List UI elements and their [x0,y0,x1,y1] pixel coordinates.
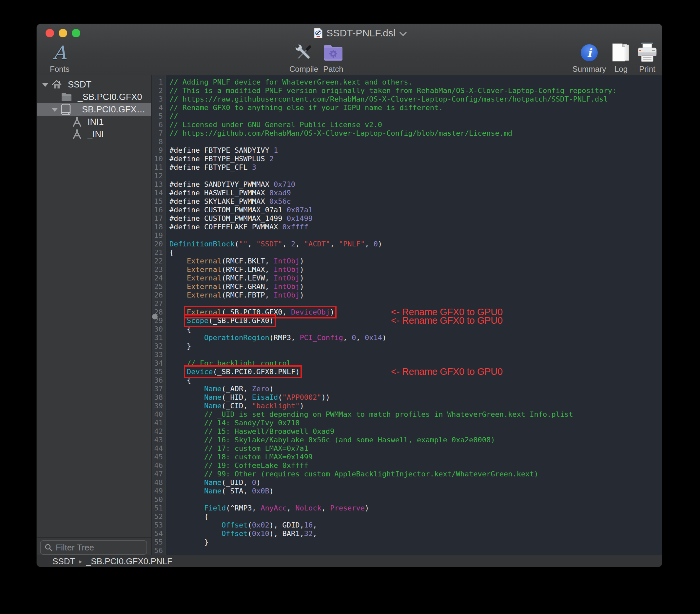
code-line: 12 [152,172,662,180]
line-number: 18 [152,223,165,231]
line-number: 12 [152,172,165,180]
line-number: 43 [152,436,165,444]
line-number: 39 [152,402,165,410]
line-number: 14 [152,189,165,197]
line-number: 53 [152,521,165,529]
line-number: 22 [152,257,165,265]
device-icon [61,103,71,115]
code-line: 51 Field(^RMP3, AnyAcc, NoLock, Preserve… [152,504,662,512]
tree-item-ini[interactable]: _INI [37,128,151,140]
line-number: 48 [152,478,165,487]
code-editor[interactable]: 1// Adding PNLF device for WhateverGreen… [152,75,662,555]
line-number: 35 [152,368,165,376]
filter-tree-input[interactable] [55,542,138,553]
fonts-button[interactable]: A Fonts [40,42,79,75]
filter-tree-field[interactable] [40,540,147,555]
line-number: 24 [152,274,165,283]
line-number: 50 [152,496,165,504]
method-icon [72,129,83,140]
sidebar-divider [37,537,151,538]
tree-item-label: _SB.PCI0.GFX… [77,104,146,115]
code-line: 50 [152,496,662,504]
line-number: 37 [152,385,165,393]
tree-item-label: _INI [88,129,104,140]
line-number: 6 [152,121,165,129]
code-line: 48 Name(_UID, 0) [152,478,662,487]
code-line: 40 // _UID is set depending on PWMMax to… [152,410,662,419]
code-line: 38 Name(_HID, EisaId("APP0002")) [152,393,662,402]
breadcrumb-item[interactable]: _SB.PCI0.GFX0.PNLF [86,556,172,566]
title-chevron-icon[interactable] [399,32,407,36]
zoom-button[interactable] [72,29,80,37]
fonts-label: Fonts [50,64,70,74]
line-number: 49 [152,487,165,496]
print-label: Print [639,64,655,74]
code-line: 17#define CUSTOM_PWMMAX_1499 0x1499 [152,214,662,223]
breadcrumb-root[interactable]: SSDT [52,556,75,566]
code-line: 24 External(RMCF.LEVW, IntObj) [152,274,662,283]
code-line: 7// https://github.com/RehabMan/OS-X-Clo… [152,129,662,138]
status-bar: SSDT ▸ _SB.PCI0.GFX0.PNLF [37,555,662,567]
patch-button[interactable]: Patch [317,42,350,75]
maciasl-window: SSDT-PNLF.dsl A Fonts [37,24,662,567]
code-line: 42 // 15: Haswell/Broadwell 0xad9 [152,427,662,436]
tree-item-ini1[interactable]: INI1 [37,116,151,128]
minimize-button[interactable] [59,29,67,37]
document-proxy-icon[interactable] [314,28,323,38]
code-line: 4// Rename GFX0 to anything else if your… [152,103,662,112]
breadcrumb-separator-icon: ▸ [79,557,82,565]
code-line: 33 [152,351,662,359]
fonts-icon: A [53,43,66,63]
print-button[interactable]: Print [631,42,662,75]
line-number: 3 [152,95,165,103]
line-number: 56 [152,547,165,555]
code-line: 14#define HASWELL_PWMMAX 0xad9 [152,189,662,197]
code-line: 19 [152,231,662,240]
line-number: 8 [152,138,165,146]
log-icon [611,42,631,63]
code-line: 5// [152,112,662,121]
window-title: SSDT-PNLF.dsl [326,27,396,39]
code-line: 44 // 17: custom LMAX=0x7a1 [152,444,662,453]
log-button[interactable]: Log [608,42,634,75]
line-number: 54 [152,529,165,538]
log-label: Log [614,64,628,74]
summary-label: Summary [573,64,606,74]
print-icon [637,42,658,63]
code-line: 8 [152,138,662,146]
line-number: 5 [152,112,165,121]
line-number: 30 [152,325,165,334]
code-line: 26 External(RMCF.FBTP, IntObj) [152,291,662,299]
summary-button[interactable]: i Summary [570,42,609,75]
gutter-marker-dot[interactable] [152,314,158,319]
code-line: 1// Adding PNLF device for WhateverGreen… [152,78,662,87]
line-number: 11 [152,163,165,172]
code-line: 20DefinitionBlock("", "SSDT", 2, "ACDT",… [152,240,662,248]
line-number: 32 [152,342,165,351]
tree-item-sbpci0gfx0[interactable]: _SB.PCI0.GFX0 [37,91,151,103]
code-line: 47 // 99: Other (requires custom AppleBa… [152,470,662,478]
code-line: 56 [152,547,662,555]
line-number: 33 [152,351,165,359]
close-button[interactable] [46,29,54,37]
line-number: 44 [152,444,165,453]
home-icon [51,79,62,90]
line-number: 52 [152,512,165,521]
line-number: 55 [152,538,165,547]
code-line: 39 Name(_CID, "backlight") [152,402,662,410]
line-number: 40 [152,410,165,419]
code-line: 11#define FBTYPE_CFL 3 [152,163,662,172]
code-line: 15#define SKYLAKE_PWMMAX 0x56c [152,197,662,206]
line-number: 38 [152,393,165,402]
rename-annotation: <- Rename GFX0 to GPU0 [391,315,503,326]
line-number: 34 [152,359,165,368]
search-icon [45,543,52,551]
tree-item-sbpci0gfx[interactable]: _SB.PCI0.GFX… [37,103,151,116]
disclosure-triangle-icon[interactable] [51,108,58,112]
code-line: 31 OperationRegion(RMP3, PCI_Config, 0, … [152,334,662,342]
line-number: 10 [152,155,165,163]
disclosure-triangle-icon[interactable] [42,83,49,87]
line-number: 9 [152,146,165,155]
tree-item-ssdt[interactable]: SSDT [37,78,151,91]
line-number: 31 [152,334,165,342]
